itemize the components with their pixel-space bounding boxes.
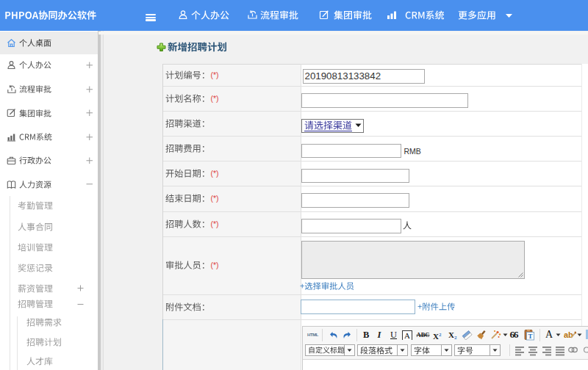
svg-text:T: T bbox=[528, 333, 532, 340]
svg-text:A: A bbox=[404, 331, 410, 340]
svg-text:ab: ab bbox=[564, 330, 573, 339]
